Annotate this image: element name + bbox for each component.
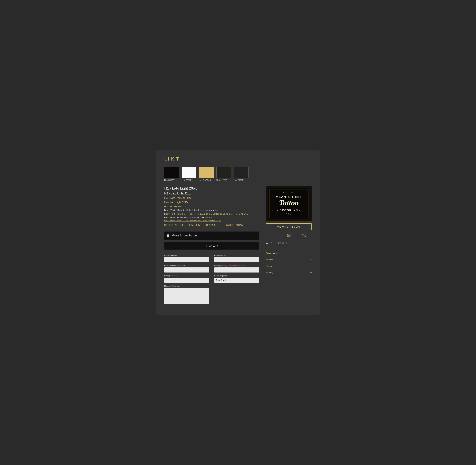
direction-plus-parking: + (310, 271, 312, 274)
detail-link-sample[interactable]: Detail Links - Roboto Light 14px Letter … (164, 216, 259, 218)
form-section: Name (required) Phone Number (required) … (164, 254, 259, 307)
direction-label-parking: Parking (266, 271, 273, 274)
form-input-name[interactable] (164, 257, 209, 262)
h4-sample: H4 - Lato Light 20Px (164, 201, 259, 204)
body-text-sample: Body Text - Roboto Light 16px Letter spa… (164, 209, 259, 211)
h5-sample: H5 - Lato Regular 16px (164, 205, 259, 208)
swatch-item-black: Hex 0D090A (164, 167, 179, 181)
swatch-label-gold: Hex DABB6B (199, 179, 211, 181)
form-group-email2: Email (required) (214, 254, 259, 262)
body-highlight-sample: Body Text Highlight - Roboto Regualr 16p… (164, 213, 259, 215)
swatches-row: Hex 0D090A Hex F9F9F9 Hex DABB6B Hex 222… (164, 167, 312, 181)
form-label-email2: Email (required) (214, 254, 259, 256)
form-input-phone[interactable] (164, 267, 209, 273)
social-icons-row (266, 234, 312, 238)
direction-plus-driving: + (310, 265, 312, 268)
hamburger-icon[interactable]: ☰ (167, 234, 169, 237)
form-input-name2[interactable] (214, 278, 259, 283)
swatch-item-white: Hex F9F9F9 (182, 167, 196, 181)
mini-left-arrow[interactable]: ‹ (266, 246, 267, 249)
direction-label-subway: Subway (266, 258, 273, 261)
form-label-phone: Phone Number (required) (164, 265, 209, 267)
form-group-message: Message (optional) (164, 285, 209, 305)
h1-sample: H1 - Lato Light 26px (164, 186, 259, 190)
form-label-name: Name (required) (164, 254, 209, 256)
h3-sample: H3 - Lato Regular 20px (164, 197, 259, 200)
form-group-name2: Name (required) (214, 275, 259, 283)
svg-rect-14 (272, 234, 275, 237)
directions-section: Directions Subway + Driving + Parking + (266, 252, 312, 276)
swatch-item-dark: Hex 22221D (216, 167, 231, 181)
portfolio-image: EST · 1999 MEAN STREET Tattoo Tattoo · B… (266, 186, 312, 221)
swatch-item-darkest: Hex 212121 (234, 167, 248, 181)
nav-bar-mockup: ☰ Mean Street Tattoo (164, 232, 259, 240)
pagination-prev-arrow[interactable]: < (205, 245, 207, 247)
email-error: *Please fill out email (228, 265, 245, 267)
email-icon[interactable] (287, 234, 291, 238)
pagination-label: 1 of 10 (208, 245, 215, 247)
ctrl-prev-arrow[interactable]: ‹ (275, 242, 276, 244)
right-column: EST · 1999 MEAN STREET Tattoo Tattoo · B… (266, 186, 312, 307)
nav-bar-title: Mean Street Tattoo (172, 234, 197, 237)
svg-text:❧: ❧ (305, 210, 306, 211)
form-input-email2[interactable] (214, 257, 259, 262)
svg-text:MEAN STREET: MEAN STREET (276, 195, 302, 199)
form-textarea-message[interactable] (164, 288, 209, 304)
swatch-black (164, 167, 179, 178)
ctrl-next-arrow[interactable]: › (286, 242, 287, 244)
form-input-email3[interactable] (214, 267, 259, 273)
svg-text:EST · 1999: EST · 1999 (283, 192, 294, 193)
view-portfolio-button[interactable]: VIEW PORTFOLIO (266, 223, 312, 230)
hamburger-ctrl-icon[interactable]: ☰ (266, 242, 268, 244)
swatch-item-gold: Hex DABB6B (199, 167, 214, 181)
direction-row-driving[interactable]: Driving + (266, 263, 312, 269)
directions-title: Directions (266, 252, 312, 255)
form-group-phone: Phone Number (required) (164, 265, 209, 273)
form-input-email[interactable] (164, 278, 209, 283)
form-col-2: Email (required) Email (required) *Pleas… (214, 254, 259, 307)
swatch-label-black: Hex 0D090A (164, 179, 175, 181)
swatch-label-dark: Hex 22221D (216, 179, 227, 181)
svg-text:NYC: NYC (286, 213, 292, 215)
mini-arrows-row: ‹ › (266, 246, 312, 249)
controls-row: ☰ ✕ ‹ 1 of 10 › (266, 241, 312, 244)
page-title: UI KIT (164, 156, 312, 162)
direction-row-subway[interactable]: Subway + (266, 257, 312, 263)
swatch-darkest (234, 167, 248, 178)
swatch-label-darkest: Hex 212121 (234, 179, 244, 181)
typography-section: H1 - Lato Light 26px H2 - Lato Light 22p… (164, 186, 259, 227)
main-window: UI KIT Hex 0D090A Hex F9F9F9 Hex DABB6B … (156, 150, 320, 315)
form-col-1: Name (required) Phone Number (required) … (164, 254, 209, 307)
form-label-name2: Name (required) (214, 275, 259, 277)
svg-text:· BROOKLYN ·: · BROOKLYN · (277, 209, 300, 212)
direction-label-driving: Driving (266, 265, 272, 267)
close-ctrl-icon[interactable]: ✕ (270, 241, 272, 244)
form-label-message: Message (optional) (164, 285, 209, 287)
form-label-email3: Email (required) *Please fill out email (214, 265, 259, 267)
form-group-name: Name (required) (164, 254, 209, 262)
main-layout: H1 - Lato Light 26px H2 - Lato Light 22p… (164, 186, 312, 307)
form-label-email: Email (required) (164, 275, 209, 277)
svg-text:❧: ❧ (272, 210, 273, 211)
mini-right-arrow[interactable]: › (268, 246, 269, 249)
pagination-next-arrow[interactable]: > (217, 245, 218, 247)
swatch-label-white: Hex F9F9F9 (182, 179, 193, 181)
swatch-dark (216, 167, 231, 178)
form-group-email3: Email (required) *Please fill out email (214, 265, 259, 273)
form-group-email: Email (required) (164, 275, 209, 283)
ctrl-pagination-label: 1 of 10 (278, 242, 284, 244)
svg-text:Tattoo: Tattoo (279, 198, 299, 207)
detail-link-hover-sample[interactable]: Detail Links Hover - Roboto regular14px … (164, 220, 259, 222)
direction-plus-subway: + (310, 258, 312, 261)
direction-row-parking[interactable]: Parking + (266, 269, 312, 276)
swatch-gold (199, 167, 214, 178)
pagination-bar-mockup: < 1 of 10 > (164, 242, 259, 250)
h2-sample: H2 - Lato Light 22px (164, 192, 259, 195)
swatch-white (182, 167, 196, 178)
button-text-sample: BUTTON TEXT - LATO REGULAR UPPER CASE 20… (164, 224, 259, 227)
phone-icon[interactable] (302, 234, 306, 238)
instagram-icon[interactable] (272, 234, 275, 238)
left-column: H1 - Lato Light 26px H2 - Lato Light 22p… (164, 186, 259, 307)
